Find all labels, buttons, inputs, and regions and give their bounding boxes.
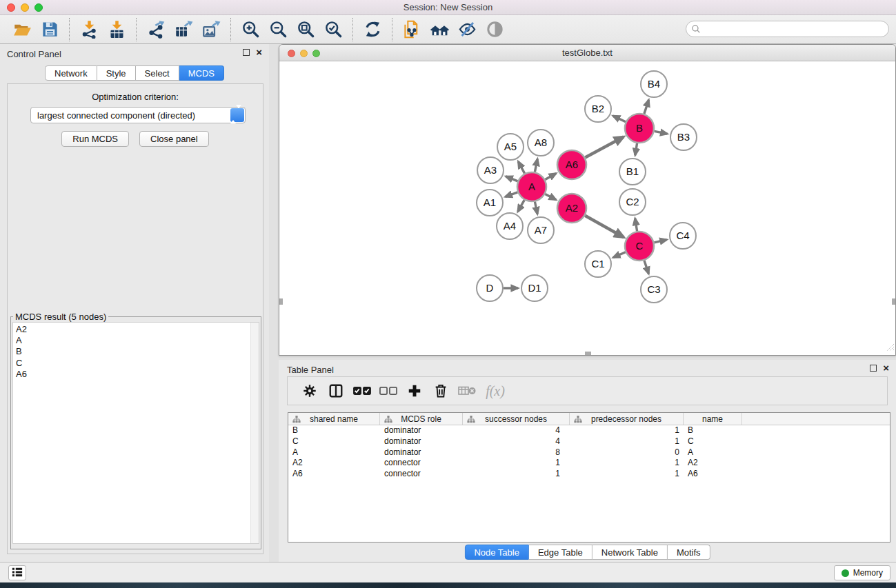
tab-style[interactable]: Style (97, 65, 136, 81)
criterion-select[interactable]: largest connected component (directed) (30, 107, 246, 123)
column-header-successor-nodes[interactable]: successor nodes (463, 413, 570, 425)
resize-grip-icon[interactable] (885, 342, 895, 354)
column-header-name[interactable]: name (684, 413, 742, 425)
table-row[interactable]: A6connector11A6 (288, 469, 890, 480)
table-row[interactable]: Bdominator41B (288, 425, 890, 436)
graph-edge-A-A5[interactable] (518, 161, 524, 173)
graph-node-D1[interactable]: D1 (521, 275, 548, 301)
graph-node-A3[interactable]: A3 (477, 157, 504, 183)
graph-node-A[interactable]: A (517, 172, 546, 201)
graph-edge-A-A7[interactable] (535, 202, 537, 214)
mcds-result-item[interactable]: A (16, 335, 259, 346)
resize-handle-bottom[interactable] (585, 352, 591, 355)
function-builder-icon[interactable]: f(x) (482, 380, 504, 402)
home-icon[interactable] (428, 18, 451, 41)
graph-edge-A-A2[interactable] (545, 194, 556, 199)
open-session-icon[interactable] (10, 18, 34, 41)
tab-network[interactable]: Network (45, 65, 97, 81)
graph-edge-A2-C[interactable] (585, 216, 624, 238)
graph-node-A5[interactable]: A5 (497, 134, 524, 160)
graph-edge-C-C3[interactable] (644, 261, 648, 274)
graph-edge-A6-B[interactable] (585, 136, 624, 157)
graph-edge-C-C4[interactable] (654, 240, 666, 243)
graph-node-B4[interactable]: B4 (641, 71, 667, 97)
close-table-panel-icon[interactable]: × (883, 365, 889, 372)
graph-node-C[interactable]: C (625, 232, 654, 261)
graph-node-C2[interactable]: C2 (619, 189, 646, 215)
graph-node-A1[interactable]: A1 (477, 190, 503, 216)
search-input[interactable] (686, 21, 889, 37)
task-history-button[interactable] (8, 565, 26, 580)
graph-node-B[interactable]: B (625, 114, 654, 143)
resize-handle-right[interactable] (892, 298, 895, 305)
graph-edge-A-A1[interactable] (506, 192, 518, 197)
mcds-result-item[interactable]: A2 (16, 324, 259, 335)
select-all-checkboxes-icon[interactable] (351, 380, 373, 402)
graph-node-A8[interactable]: A8 (528, 130, 554, 156)
zoom-selected-icon[interactable] (321, 18, 345, 41)
resize-handle-left[interactable] (279, 298, 283, 305)
float-panel-icon[interactable] (243, 49, 250, 56)
export-image-icon[interactable] (199, 18, 223, 41)
graph-edge-A-A3[interactable] (506, 176, 517, 181)
run-mcds-button[interactable]: Run MCDS (61, 131, 129, 147)
save-session-icon[interactable] (38, 18, 61, 41)
network-from-selection-icon[interactable] (400, 18, 424, 41)
graph-node-C3[interactable]: C3 (641, 276, 667, 303)
graph-edge-B-B4[interactable] (644, 100, 649, 114)
network-window-titlebar[interactable]: testGlobe.txt (279, 45, 895, 61)
zoom-out-icon[interactable] (266, 18, 290, 41)
export-table-icon[interactable] (172, 18, 195, 41)
show-details-icon[interactable] (483, 18, 506, 41)
graph-node-A7[interactable]: A7 (528, 217, 554, 243)
graph-node-B2[interactable]: B2 (585, 96, 611, 122)
network-canvas[interactable]: B4B2BB3A8A5A6A3B1AC2A1A2A4A7C4CC1DD1C3 (279, 61, 895, 355)
export-network-icon[interactable] (144, 18, 168, 41)
hide-graphics-details-icon[interactable] (455, 18, 479, 41)
close-panel-button[interactable]: Close panel (139, 131, 209, 147)
mcds-result-item[interactable]: A6 (16, 369, 259, 380)
import-table-icon[interactable] (105, 18, 128, 41)
table-row[interactable]: Cdominator41C (288, 436, 890, 447)
import-network-icon[interactable] (77, 18, 101, 41)
delete-column-icon[interactable] (430, 380, 452, 402)
mcds-result-list[interactable]: A2ABCA6 (12, 322, 259, 544)
graph-node-A2[interactable]: A2 (557, 194, 586, 223)
graph-node-C4[interactable]: C4 (670, 223, 696, 249)
graph-node-B1[interactable]: B1 (619, 159, 646, 185)
tab-node-table[interactable]: Node Table (464, 545, 529, 560)
graph-node-A6[interactable]: A6 (557, 150, 586, 179)
column-header-predecessor-nodes[interactable]: predecessor nodes (570, 413, 684, 425)
column-header-shared-name[interactable]: shared name (288, 413, 380, 425)
zoom-fit-icon[interactable] (294, 18, 317, 41)
graph-node-A4[interactable]: A4 (497, 213, 523, 239)
scrollbar-track[interactable] (250, 323, 259, 543)
float-table-panel-icon[interactable] (870, 365, 877, 372)
tab-motifs[interactable]: Motifs (668, 545, 710, 560)
zoom-in-icon[interactable] (239, 18, 262, 41)
table-row[interactable]: A2connector11A2 (288, 458, 890, 469)
tab-edge-table[interactable]: Edge Table (529, 545, 593, 560)
mcds-result-item[interactable]: C (16, 358, 259, 369)
graph-edge-B-B2[interactable] (613, 116, 626, 122)
graph-edge-C-C1[interactable] (613, 252, 626, 258)
graph-edge-A-A8[interactable] (535, 159, 537, 172)
graph-edge-B-B1[interactable] (635, 143, 637, 156)
tab-select[interactable]: Select (136, 65, 179, 81)
graph-edge-A-A4[interactable] (518, 200, 525, 212)
graph-edge-A-A6[interactable] (545, 174, 556, 180)
graph-edge-B-B3[interactable] (655, 131, 668, 134)
mcds-result-item[interactable]: B (16, 346, 259, 357)
close-panel-icon[interactable]: × (256, 49, 262, 56)
split-panel-icon[interactable] (325, 380, 347, 402)
graph-node-B3[interactable]: B3 (670, 124, 697, 150)
table-row[interactable]: Adominator80A (288, 447, 890, 458)
memory-button[interactable]: Memory (834, 565, 890, 580)
refresh-icon[interactable] (361, 18, 384, 41)
graph-edge-C-C2[interactable] (635, 219, 637, 232)
graph-node-D[interactable]: D (477, 275, 503, 301)
add-column-icon[interactable] (404, 380, 426, 402)
delete-table-icon[interactable] (456, 380, 478, 402)
column-settings-icon[interactable] (299, 380, 321, 402)
tab-mcds[interactable]: MCDS (179, 65, 224, 81)
